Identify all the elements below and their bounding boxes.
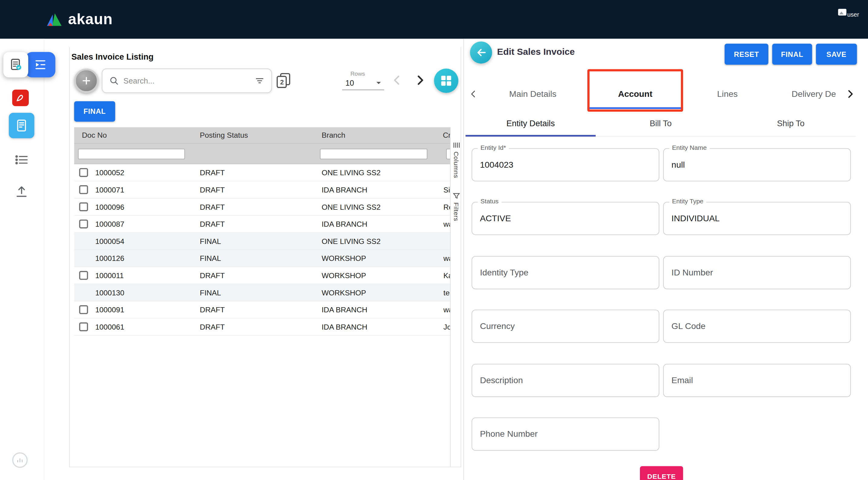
phone-number-field[interactable]: Phone Number: [471, 418, 659, 451]
extra-cell: Si: [439, 185, 450, 194]
sales-invoice-listing-panel: Sales Invoice Listing + 2 Rows 10: [69, 47, 461, 467]
doc-no-cell: 1000096: [95, 203, 124, 211]
currency-field[interactable]: Currency: [471, 310, 659, 343]
tabs-scroll-left[interactable]: [468, 79, 478, 109]
row-checkbox[interactable]: [79, 185, 88, 194]
tabs-scroll-right[interactable]: [845, 79, 856, 109]
header-posting-status: Posting Status: [195, 131, 317, 139]
sales-invoice-module-button[interactable]: [9, 113, 34, 138]
columns-toggle[interactable]: Columns: [453, 142, 460, 178]
subtab-bill-to[interactable]: Bill To: [596, 110, 726, 136]
identity-type-placeholder: Identity Type: [480, 256, 528, 289]
edit-sales-invoice-panel: Edit Sales Invoice RESET FINAL SAVE Main…: [463, 39, 868, 480]
branch-cell: ONE LIVING SS2: [317, 203, 439, 211]
invoice-icon: [14, 118, 29, 133]
chevron-right-icon: [413, 73, 427, 87]
broken-image-icon: [838, 9, 846, 15]
gl-code-field[interactable]: GL Code: [663, 310, 851, 343]
doc-no-cell: 1000011: [95, 271, 124, 279]
row-checkbox[interactable]: [79, 305, 88, 314]
rows-per-page[interactable]: Rows 10: [342, 70, 384, 90]
email-field[interactable]: Email: [663, 364, 851, 397]
prev-page-button[interactable]: [390, 73, 404, 88]
table-row[interactable]: 1000096 DRAFT ONE LIVING SS2 Re: [74, 199, 450, 216]
table-row[interactable]: 1000061 DRAFT IDA BRANCH Jo: [74, 318, 450, 336]
branch-cell: ONE LIVING SS2: [317, 168, 439, 176]
branch-cell: IDA BRANCH: [317, 185, 439, 194]
user-avatar[interactable]: user: [838, 9, 859, 18]
posting-status-cell: DRAFT: [195, 271, 317, 279]
header-doc-no: Doc No: [74, 131, 195, 139]
description-placeholder: Description: [480, 365, 523, 397]
search-input[interactable]: [124, 76, 250, 85]
editor-title: Edit Sales Invoice: [497, 46, 575, 57]
filter-doc-no-input[interactable]: [78, 148, 185, 159]
posting-status-cell: DRAFT: [195, 185, 317, 194]
final-button[interactable]: FINAL: [772, 43, 812, 65]
identity-type-field[interactable]: Identity Type: [471, 256, 659, 289]
receipt-shortcut-button[interactable]: [3, 52, 28, 77]
next-page-button[interactable]: [413, 73, 428, 88]
tab-account[interactable]: Account: [587, 79, 683, 109]
subtab-entity-details[interactable]: Entity Details: [465, 110, 596, 136]
header-branch: Branch: [317, 131, 439, 139]
table-row[interactable]: 1000052 DRAFT ONE LIVING SS2: [74, 164, 450, 181]
sidebar-expand-button[interactable]: [26, 52, 55, 77]
akaun-logo[interactable]: akaun: [46, 0, 113, 39]
list-view-button[interactable]: [13, 152, 30, 167]
logo-text: akaun: [68, 11, 113, 28]
row-checkbox[interactable]: [79, 322, 88, 331]
subtab-ship-to[interactable]: Ship To: [726, 110, 856, 136]
id-number-field[interactable]: ID Number: [663, 256, 851, 289]
grid-icon: [440, 75, 452, 87]
extra-cell: te: [439, 288, 450, 297]
stats-button[interactable]: [12, 452, 28, 468]
table-row[interactable]: 1000071 DRAFT IDA BRANCH Si: [74, 181, 450, 199]
entity-id-value: 1004023: [480, 149, 513, 181]
filters-toggle[interactable]: Filters: [453, 193, 460, 221]
list-icon: [14, 154, 29, 166]
row-checkbox[interactable]: [79, 168, 88, 177]
entity-type-field[interactable]: Entity Type INDIVIDUAL: [663, 202, 851, 235]
pdf-export-button[interactable]: [12, 90, 29, 106]
table-header-row: Doc No Posting Status Branch Cr: [74, 127, 450, 144]
grid-view-button[interactable]: [434, 69, 458, 93]
table-row[interactable]: 1000091 DRAFT IDA BRANCH wa: [74, 302, 450, 319]
caret-down-icon: [375, 79, 382, 86]
back-button[interactable]: [470, 41, 492, 64]
branch-cell: WORKSHOP: [317, 254, 439, 263]
final-filter-button[interactable]: FINAL: [74, 101, 115, 122]
receipt-icon: [8, 58, 23, 72]
table-row[interactable]: 1000011 DRAFT WORKSHOP Ka: [74, 267, 450, 284]
upload-button[interactable]: [13, 184, 30, 199]
tab-delivery-details[interactable]: Delivery De: [772, 79, 845, 109]
delete-button[interactable]: DELETE: [640, 466, 683, 480]
rows-select[interactable]: 10: [342, 78, 384, 90]
table-row[interactable]: 1000130 FINAL WORKSHOP te: [74, 284, 450, 302]
table-row[interactable]: 1000126 FINAL WORKSHOP wa: [74, 250, 450, 267]
entity-name-field[interactable]: Entity Name null: [663, 148, 851, 181]
filter-lines-icon[interactable]: [255, 76, 265, 85]
tab-main-details[interactable]: Main Details: [478, 79, 587, 109]
tab-lines[interactable]: Lines: [683, 79, 772, 109]
save-button[interactable]: SAVE: [816, 43, 857, 65]
filter-extra-input[interactable]: [446, 148, 450, 159]
table-row[interactable]: 1000087 DRAFT IDA BRANCH wa: [74, 216, 450, 233]
columns-icon: [453, 142, 460, 149]
filter-branch-input[interactable]: [320, 148, 427, 159]
add-invoice-button[interactable]: +: [74, 69, 98, 93]
pdf-icon: [15, 92, 26, 103]
akaun-logo-icon: [46, 12, 63, 27]
status-field[interactable]: Status ACTIVE: [471, 202, 659, 235]
row-checkbox[interactable]: [79, 203, 88, 211]
funnel-icon: [453, 193, 460, 200]
table-row[interactable]: 1000054 FINAL ONE LIVING SS2: [74, 233, 450, 250]
topbar: akaun user: [0, 0, 868, 39]
description-field[interactable]: Description: [471, 364, 659, 397]
reset-button[interactable]: RESET: [725, 43, 768, 65]
main-tab-bar: Main Details Account Lines Delivery De: [468, 79, 856, 109]
entity-id-field[interactable]: Entity Id* 1004023: [471, 148, 659, 181]
row-checkbox[interactable]: [79, 219, 88, 228]
row-checkbox[interactable]: [79, 271, 88, 280]
duplicate-pages-button[interactable]: 2: [275, 72, 292, 90]
